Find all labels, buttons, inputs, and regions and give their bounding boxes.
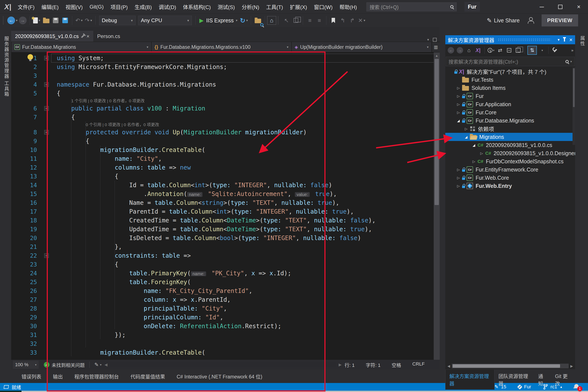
code-line-16[interactable]: 16 Name = table.Column<string>(type: "TE…: [11, 198, 440, 207]
se-vertical-scrollbar[interactable]: [572, 68, 575, 145]
code-line-31[interactable]: 31 });: [11, 330, 440, 339]
se-sync-icon[interactable]: ⇄: [496, 46, 504, 55]
tree-item-fur.web.core[interactable]: ▷C#Fur.Web.Core: [445, 174, 575, 182]
start-debugging-button[interactable]: ▶ IIS Express▾: [200, 17, 238, 24]
pin-icon[interactable]: [81, 34, 84, 38]
se-sync-dropdown[interactable]: ▾: [538, 46, 546, 55]
document-tab-1[interactable]: Person.cs: [93, 31, 124, 42]
clear-bookmarks-button[interactable]: ✕▾: [358, 15, 366, 26]
code-line-1[interactable]: 1−using System;: [11, 54, 440, 62]
se-collapse-all-button[interactable]: [505, 46, 513, 55]
se-preview-selected-button[interactable]: [514, 46, 522, 55]
new-file-button[interactable]: ✱▾: [32, 15, 41, 26]
code-line-32[interactable]: 32: [11, 339, 440, 348]
editor-horizontal-scrollbar[interactable]: [110, 362, 336, 368]
fold-marker-icon[interactable]: −: [44, 106, 49, 111]
se-forward-button[interactable]: →: [456, 46, 464, 55]
code-line-24[interactable]: 24 table.PrimaryKey(name: "PK_City", x =…: [11, 269, 440, 278]
codelens-row[interactable]: 1 个引用 | 0 项更改 | 0 名作者，0 项更改: [11, 98, 440, 104]
code-line-13[interactable]: 13 {: [11, 172, 440, 181]
tool-tab-0[interactable]: 解决方案资源管理器: [445, 370, 494, 390]
navigate-forward-button[interactable]: →: [18, 15, 27, 26]
fold-marker-icon[interactable]: −: [44, 56, 49, 60]
se-toolbar-overflow-icon[interactable]: »: [571, 48, 574, 53]
expander-icon[interactable]: ▷: [455, 176, 462, 180]
fold-marker-icon[interactable]: −: [44, 82, 49, 87]
tree-item--fur-7-7-[interactable]: X|解决方案"Fur"(7 个项目，共 7 个): [445, 68, 575, 76]
expander-icon[interactable]: ▷: [462, 127, 470, 131]
menu-item-4[interactable]: 项目(P): [107, 0, 131, 14]
save-all-button[interactable]: [61, 15, 70, 26]
undo-button[interactable]: ↶▾: [75, 15, 84, 26]
panel-tab-2[interactable]: 程序包管理器控制台: [74, 373, 119, 380]
tree-item-20200926093815-v1.0.0.cs[interactable]: ◢C#20200926093815_v1.0.0.cs: [445, 141, 575, 149]
code-line-30[interactable]: 30 onDelete: ReferentialAction.Restrict)…: [11, 322, 440, 330]
editor-vertical-scrollbar[interactable]: ▲: [434, 52, 440, 360]
code-line-10[interactable]: 10 migrationBuilder.CreateTable(: [11, 146, 440, 154]
code-line-12[interactable]: 12 columns: table => new: [11, 163, 440, 172]
breadcrumb-segment-1[interactable]: {}Fur.Database.Migrations.Migrations.v10…: [152, 42, 291, 52]
navigate-home-button[interactable]: ⌂: [267, 16, 276, 25]
code-line-19[interactable]: 19 UpdatedTime = table.Column<DateTime>(…: [11, 225, 440, 234]
code-line-6[interactable]: 6− public partial class v100 : Migration: [11, 104, 440, 113]
panel-tab-3[interactable]: 代码度量值结果: [130, 373, 165, 380]
close-icon[interactable]: ×: [569, 36, 572, 43]
hscroll-right-arrow[interactable]: ▶: [339, 362, 342, 367]
hscroll-left-arrow[interactable]: ◀: [104, 362, 108, 367]
split-editor-button[interactable]: ▥: [432, 42, 440, 52]
list-members-button[interactable]: ≡: [306, 15, 314, 26]
solution-explorer-title-bar[interactable]: 解决方案资源管理器 ▾ ×: [445, 35, 575, 44]
menu-item-1[interactable]: 编辑(E): [38, 0, 62, 14]
fold-marker-icon[interactable]: −: [44, 254, 49, 258]
code-line-14[interactable]: 14 Id = table.Column<int>(type: "INTEGER…: [11, 181, 440, 190]
find-in-files-button[interactable]: [254, 15, 262, 26]
code-line-17[interactable]: 17 ParentId = table.Column<int>(type: "I…: [11, 207, 440, 216]
code-line-8[interactable]: 8− protected override void Up(MigrationB…: [11, 128, 440, 137]
close-icon[interactable]: ×: [86, 33, 90, 39]
se-home-button[interactable]: ⌂: [465, 46, 473, 55]
expander-icon[interactable]: ◢: [455, 119, 462, 123]
menu-item-11[interactable]: 扩展(X): [286, 0, 310, 14]
se-pending-changes-filter-button[interactable]: ▾: [487, 46, 495, 55]
code-line-18[interactable]: 18 CreatedTime = table.Column<DateTime>(…: [11, 216, 440, 225]
tree-item--[interactable]: ▷依赖项: [445, 125, 575, 133]
expander-icon[interactable]: ▷: [478, 151, 485, 156]
tree-item-fur.application[interactable]: ▷C#Fur.Application: [445, 100, 575, 108]
prev-bookmark-button[interactable]: ↰: [338, 15, 347, 26]
expander-icon[interactable]: ▷: [455, 86, 462, 90]
scrollbar-thumb[interactable]: [434, 59, 439, 205]
server-explorer-vertical-tab[interactable]: 服务器资源管理器: [2, 36, 10, 79]
expander-icon[interactable]: ◢: [470, 143, 478, 147]
code-line-25[interactable]: 25 table.ForeignKey(: [11, 278, 440, 286]
tool-tab-3[interactable]: Git 更改: [551, 370, 575, 390]
tree-item-fur.core[interactable]: ▷C#Fur.Core: [445, 108, 575, 116]
expander-icon[interactable]: ▷: [455, 102, 462, 106]
code-line-23[interactable]: 23 {: [11, 260, 440, 269]
menu-item-0[interactable]: 文件(F): [14, 0, 38, 14]
expander-icon[interactable]: ▷: [455, 110, 462, 114]
feedback-person-icon[interactable]: [528, 17, 534, 24]
next-bookmark-button[interactable]: ↱: [348, 15, 356, 26]
tree-item-fur.database.migrations[interactable]: ◢C#Fur.Database.Migrations: [445, 116, 575, 125]
expander-icon[interactable]: ◢: [462, 135, 470, 139]
toggle-bookmark-button[interactable]: [329, 15, 338, 26]
breadcrumb-segment-2[interactable]: ◈Up(MigrationBuilder migrationBuilder)▾: [292, 42, 431, 52]
se-horizontal-scrollbar[interactable]: ◀ ▶: [446, 363, 575, 369]
panel-tab-0[interactable]: 错误列表: [22, 373, 41, 380]
lightbulb-icon[interactable]: [28, 54, 33, 60]
code-line-26[interactable]: 26 name: "FK_City_City_ParentId",: [11, 286, 440, 295]
code-line-28[interactable]: 28 principalTable: "City",: [11, 304, 440, 313]
pointer-doc-button[interactable]: ↖: [282, 15, 291, 26]
zoom-level-dropdown[interactable]: 100 %▾: [13, 360, 39, 369]
tree-item-solution-items[interactable]: ▷Solution Items: [445, 84, 575, 92]
toolbox-vertical-tab[interactable]: 工具箱: [2, 81, 10, 97]
menu-item-10[interactable]: 工具(T): [262, 0, 286, 14]
preview-button[interactable]: PREVIEW: [542, 14, 578, 26]
codelens-row[interactable]: 0 个引用 | 0 项更改 | 0 名作者，0 项更改: [11, 122, 440, 128]
tree-item-furdbcontextmodelsnapshot.cs[interactable]: ▷C#FurDbContextModelSnapshot.cs: [445, 157, 575, 166]
code-line-11[interactable]: 11 name: "City",: [11, 154, 440, 163]
redo-button[interactable]: ↷▾: [84, 15, 93, 26]
notifications-button[interactable]: 1: [574, 384, 581, 390]
expander-icon[interactable]: ▷: [455, 184, 462, 188]
save-button[interactable]: [51, 15, 60, 26]
